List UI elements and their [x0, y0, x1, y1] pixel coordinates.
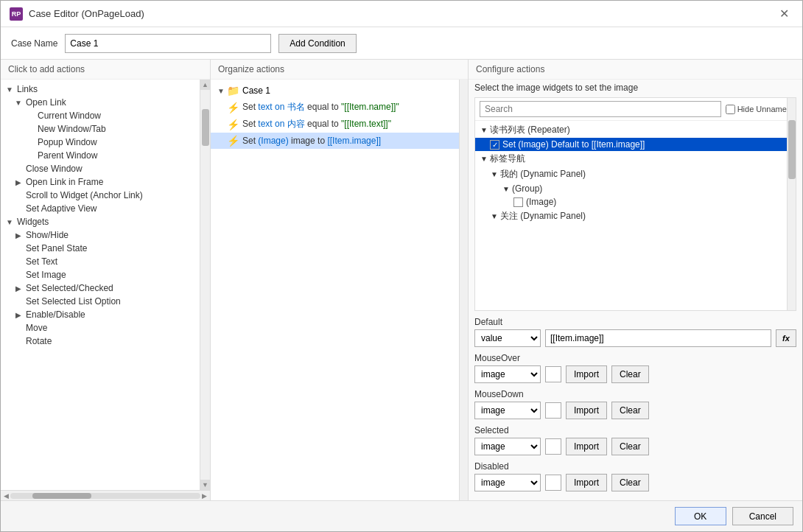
- no-expand-13: [13, 337, 24, 346]
- default-select[interactable]: value: [474, 329, 541, 347]
- wt-set-image-default[interactable]: ✓ Set (Image) Default to [[Item.image]]: [475, 138, 796, 151]
- action-item-1[interactable]: ⚡ Set text on 书名 equal to "[[Item.name]]…: [211, 99, 459, 116]
- scroll-left-arrow[interactable]: ◀: [4, 492, 9, 500]
- parent-window-label: Parent Window: [36, 150, 97, 161]
- tree-item-parent-window[interactable]: Parent Window: [1, 149, 200, 162]
- expand-open-link-frame-icon[interactable]: ▶: [13, 178, 24, 186]
- selected-controls: image Import Clear: [474, 438, 796, 455]
- tree-item-set-selected-list[interactable]: Set Selected List Option: [1, 295, 200, 308]
- expand-my-panel-icon[interactable]: ▼: [488, 170, 500, 178]
- widget-search-input[interactable]: [480, 101, 721, 117]
- wt-my-panel[interactable]: ▼ 我的 (Dynamic Panel): [475, 167, 796, 182]
- open-link-label: Open Link: [24, 97, 66, 108]
- tree-item-popup-window[interactable]: Popup Window: [1, 136, 200, 149]
- set-adaptive-label: Set Adaptive View: [24, 203, 97, 214]
- expand-show-hide-icon[interactable]: ▶: [13, 231, 24, 239]
- no-expand-11: [13, 298, 24, 306]
- wt-group-label: (Group): [512, 183, 542, 194]
- action-item-2[interactable]: ⚡ Set text on 内容 equal to "[[Item.text]]…: [211, 116, 459, 133]
- expand-widgets-icon[interactable]: ▼: [4, 218, 15, 226]
- ok-button[interactable]: OK: [675, 507, 726, 525]
- expand-links-icon[interactable]: ▼: [4, 85, 15, 94]
- tree-item-new-window[interactable]: New Window/Tab: [1, 122, 200, 136]
- expand-case-icon[interactable]: ▼: [215, 87, 227, 95]
- disabled-select[interactable]: image: [474, 474, 541, 491]
- left-panel-scrollbar[interactable]: ▲ ▼: [200, 80, 210, 490]
- expand-group-icon[interactable]: ▼: [500, 185, 512, 193]
- tree-item-current-window[interactable]: Current Window: [1, 109, 200, 122]
- expand-enable-disable-icon[interactable]: ▶: [13, 311, 24, 319]
- left-panel-h-scrollbar[interactable]: ◀ ▶: [1, 490, 210, 500]
- title-bar-left: RP Case Editor (OnPageLoad): [10, 7, 144, 21]
- widget-scroll-thumb: [788, 120, 796, 179]
- disabled-import-button[interactable]: Import: [566, 474, 607, 491]
- wt-nav[interactable]: ▼ 标签导航: [475, 151, 796, 167]
- selected-import-button[interactable]: Import: [566, 438, 607, 455]
- default-value-input[interactable]: [545, 329, 771, 347]
- tree-item-widgets[interactable]: ▼ Widgets: [1, 215, 200, 228]
- disabled-label: Disabled: [474, 461, 796, 472]
- action-item-3[interactable]: ⚡ Set (Image) image to [[Item.image]]: [211, 133, 459, 149]
- case-name-input[interactable]: [65, 34, 271, 53]
- tree-item-show-hide[interactable]: ▶ Show/Hide: [1, 228, 200, 242]
- tree-item-open-link[interactable]: ▼ Open Link: [1, 96, 200, 109]
- selected-swatch[interactable]: [545, 438, 561, 455]
- tree-item-scroll-widget[interactable]: Scroll to Widget (Anchor Link): [1, 189, 200, 202]
- tree-item-set-panel-state[interactable]: Set Panel State: [1, 242, 200, 255]
- expand-open-link-icon[interactable]: ▼: [13, 99, 24, 107]
- scroll-up-arrow[interactable]: ▲: [200, 80, 210, 90]
- app-icon: RP: [10, 7, 23, 21]
- show-hide-label: Show/Hide: [24, 230, 69, 240]
- expand-comment-icon[interactable]: ▼: [488, 212, 500, 220]
- tree-item-set-image[interactable]: Set Image: [1, 268, 200, 281]
- mousedown-clear-button[interactable]: Clear: [611, 402, 649, 419]
- mouseover-select[interactable]: image: [474, 365, 541, 383]
- tree-item-rotate[interactable]: Rotate: [1, 335, 200, 348]
- footer: OK Cancel: [1, 500, 802, 531]
- disabled-clear-button[interactable]: Clear: [611, 474, 649, 491]
- actions-tree: ▼ Links ▼ Open Link Current Window: [1, 80, 200, 490]
- tree-item-set-selected[interactable]: ▶ Set Selected/Checked: [1, 281, 200, 295]
- h-scroll-thumb: [32, 493, 91, 499]
- tree-item-set-adaptive[interactable]: Set Adaptive View: [1, 202, 200, 215]
- disabled-config-row: Disabled image Import Clear: [474, 461, 796, 491]
- tree-item-move[interactable]: Move: [1, 321, 200, 335]
- widget-tree-scrollbar[interactable]: [787, 98, 796, 310]
- case-root[interactable]: ▼ 📁 Case 1: [211, 83, 459, 99]
- mouseover-import-button[interactable]: Import: [566, 365, 607, 383]
- wt-group[interactable]: ▼ (Group): [475, 182, 796, 195]
- mousedown-swatch[interactable]: [545, 402, 561, 419]
- wt-repeater[interactable]: ▼ 读书列表 (Repeater): [475, 122, 796, 138]
- mousedown-select[interactable]: image: [474, 402, 541, 419]
- expand-nav-icon[interactable]: ▼: [478, 155, 490, 163]
- scroll-down-arrow[interactable]: ▼: [200, 480, 210, 490]
- scroll-right-arrow[interactable]: ▶: [202, 492, 207, 500]
- wt-image-checkbox[interactable]: [513, 197, 523, 207]
- wt-checkbox-checked[interactable]: ✓: [490, 140, 499, 150]
- mouseover-swatch[interactable]: [545, 366, 561, 382]
- selected-select[interactable]: image: [474, 438, 541, 455]
- middle-panel-scrollbar[interactable]: [459, 80, 468, 500]
- tree-item-set-text[interactable]: Set Text: [1, 255, 200, 268]
- selected-clear-button[interactable]: Clear: [611, 438, 649, 455]
- cancel-button[interactable]: Cancel: [732, 507, 793, 525]
- disabled-swatch[interactable]: [545, 475, 561, 491]
- set-text-label: Set Text: [24, 256, 57, 267]
- wt-comment[interactable]: ▼ 关注 (Dynamic Panel): [475, 209, 796, 224]
- tree-item-open-link-frame[interactable]: ▶ Open Link in Frame: [1, 175, 200, 189]
- expand-set-selected-icon[interactable]: ▶: [13, 284, 24, 293]
- tree-item-enable-disable[interactable]: ▶ Enable/Disable: [1, 308, 200, 321]
- tree-item-close-window[interactable]: Close Window: [1, 162, 200, 175]
- mouseover-clear-button[interactable]: Clear: [611, 365, 649, 383]
- add-condition-button[interactable]: Add Condition: [278, 34, 356, 53]
- default-fx-button[interactable]: fx: [776, 329, 796, 347]
- wt-image[interactable]: (Image): [475, 195, 796, 209]
- tree-item-links[interactable]: ▼ Links: [1, 83, 200, 96]
- expand-repeater-icon[interactable]: ▼: [478, 126, 490, 134]
- left-panel: Click to add actions ▼ Links ▼ Open Link: [1, 60, 211, 500]
- action-text-3: Set (Image) image to [[Item.image]]: [242, 136, 381, 146]
- close-dialog-button[interactable]: ✕: [775, 7, 793, 21]
- hide-unnamed-checkbox[interactable]: [726, 105, 735, 114]
- mousedown-import-button[interactable]: Import: [566, 402, 607, 419]
- set-selected-list-label: Set Selected List Option: [24, 296, 121, 307]
